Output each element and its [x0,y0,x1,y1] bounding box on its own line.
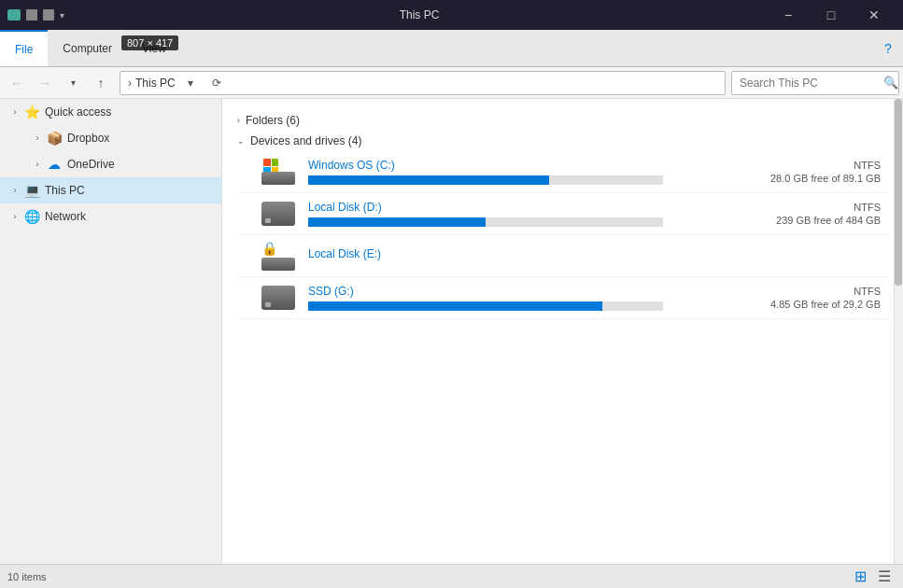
onedrive-label: OneDrive [67,158,115,171]
address-bar-dropdown[interactable]: ▾ [179,72,202,94]
d-drive-bar [308,217,663,227]
this-pc-label: This PC [45,184,85,197]
drive-item-g[interactable]: SSD (G:) NTFS 4.85 GB free of 29.2 GB [237,277,888,319]
d-drive-bar-fill [308,217,486,227]
drive-item-e[interactable]: 🔒 Local Disk (E:) [237,235,888,277]
c-drive-space: 28.0 GB free of 89.1 GB [750,173,881,184]
ribbon-tab-computer[interactable]: Computer [48,30,127,66]
help-button[interactable]: ? [873,30,903,66]
e-drive-icon: 🔒 [260,241,297,271]
scrollbar-thumb[interactable] [895,99,902,286]
c-drive-icon [260,157,297,187]
d-drive-info: Local Disk (D:) [308,201,739,227]
quick-access-label: Quick access [45,105,111,119]
onedrive-chevron: › [30,160,45,169]
this-pc-icon: 💻 [22,181,41,200]
app-icon-pin [43,9,54,21]
drive-item-d[interactable]: Local Disk (D:) NTFS 239 GB free of 484 … [237,193,888,235]
d-drive-meta: NTFS 239 GB free of 484 GB [750,202,881,226]
dropbox-chevron: › [30,133,45,143]
dimension-tooltip: 807 × 417 [121,35,178,50]
view-grid-button[interactable]: ⊞ [849,567,871,586]
title-bar-controls: − □ ✕ [767,0,896,30]
scrollbar[interactable] [894,99,903,564]
dropbox-icon: 📦 [45,129,63,147]
network-icon: 🌐 [22,207,41,226]
network-chevron: › [7,212,22,221]
address-bar-folder-icon: › [128,77,132,90]
c-drive-bar [308,175,663,185]
d-drive-icon [260,199,297,229]
close-button[interactable]: ✕ [853,0,896,30]
app-icon-save [26,9,37,21]
g-drive-name: SSD (G:) [308,285,739,298]
g-drive-space: 4.85 GB free of 29.2 GB [750,299,881,310]
c-drive-name: Windows OS (C:) [308,159,739,172]
c-drive-info: Windows OS (C:) [308,159,739,185]
status-bar: 10 items ⊞ ☰ [0,564,903,588]
this-pc-chevron: › [7,186,22,195]
sidebar: › ⭐ Quick access › 📦 Dropbox › ☁ OneDriv… [0,99,222,564]
main-layout: › ⭐ Quick access › 📦 Dropbox › ☁ OneDriv… [0,99,903,564]
ribbon-tab-file[interactable]: File [0,30,48,66]
drives-section-header[interactable]: ⌄ Devices and drives (4) [237,134,888,147]
title-bar-app-icons: ▾ [7,9,64,21]
g-drive-info: SSD (G:) [308,285,739,311]
drives-chevron: ⌄ [237,136,245,146]
window-title: This PC [72,8,767,21]
c-drive-filesystem: NTFS [750,160,881,171]
sidebar-item-quick-access[interactable]: › ⭐ Quick access [0,99,221,125]
sidebar-item-onedrive[interactable]: › ☁ OneDrive [0,151,221,177]
dropbox-label: Dropbox [67,132,109,145]
network-label: Network [45,210,86,223]
g-drive-bar [308,301,663,311]
search-input[interactable] [740,77,880,90]
address-bar-path: This PC [135,77,176,90]
quick-access-icon: ⭐ [22,103,41,121]
e-drive-name: Local Disk (E:) [308,247,739,260]
c-drive-meta: NTFS 28.0 GB free of 89.1 GB [750,160,881,184]
folders-chevron: › [237,116,240,125]
quick-access-arrow: ▾ [60,10,64,21]
g-drive-filesystem: NTFS [750,286,881,297]
search-box[interactable]: 🔍 [731,71,899,95]
status-bar-view-controls: ⊞ ☰ [849,567,896,586]
d-drive-space: 239 GB free of 484 GB [750,215,881,226]
drives-label: Devices and drives (4) [250,134,361,147]
back-button[interactable]: ← [4,70,30,96]
drive-item-c[interactable]: Windows OS (C:) NTFS 28.0 GB free of 89.… [237,151,888,193]
address-bar-refresh[interactable]: ⟳ [205,72,228,94]
c-drive-bar-fill [308,175,549,185]
folders-label: Folders (6) [246,114,300,127]
view-list-button[interactable]: ☰ [873,567,896,586]
nav-bar: ← → ▾ ↑ › This PC ▾ ⟳ 🔍 [0,67,903,99]
item-count: 10 items [7,571,47,582]
onedrive-icon: ☁ [45,155,63,174]
g-drive-meta: NTFS 4.85 GB free of 29.2 GB [750,286,881,310]
g-drive-bar-fill [308,301,602,311]
e-drive-info: Local Disk (E:) [308,247,739,264]
d-drive-name: Local Disk (D:) [308,201,739,214]
address-bar[interactable]: › This PC ▾ ⟳ [120,71,726,95]
recent-locations-button[interactable]: ▾ [60,70,86,96]
maximize-button[interactable]: □ [810,0,853,30]
d-drive-filesystem: NTFS [750,202,881,213]
sidebar-item-network[interactable]: › 🌐 Network [0,203,221,230]
app-icon-monitor [7,9,21,21]
quick-access-chevron: › [7,107,22,117]
title-bar: ▾ This PC − □ ✕ [0,0,903,30]
folders-section-header[interactable]: › Folders (6) [237,114,888,127]
g-drive-icon [260,283,297,313]
minimize-button[interactable]: − [767,0,810,30]
forward-button[interactable]: → [32,70,58,96]
content-area: › Folders (6) ⌄ Devices and drives (4) [222,99,903,564]
up-button[interactable]: ↑ [88,70,114,96]
sidebar-item-dropbox[interactable]: › 📦 Dropbox [0,125,221,151]
sidebar-item-this-pc[interactable]: › 💻 This PC [0,177,221,203]
search-icon: 🔍 [883,76,898,90]
